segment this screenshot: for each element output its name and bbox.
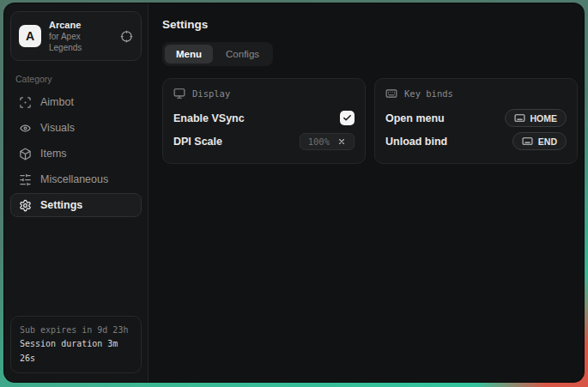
sub-expires-text: Sub expires in 9d 23h	[20, 324, 132, 338]
tab-menu[interactable]: Menu	[165, 45, 213, 63]
sidebar: A Arcane for Apex Legends Category	[4, 3, 149, 382]
eye-icon	[19, 122, 32, 135]
unload-keybind-button[interactable]: END	[512, 132, 567, 150]
keybinds-card-header: Key binds	[385, 88, 567, 100]
sidebar-item-label: Visuals	[40, 122, 75, 134]
display-card-title: Display	[192, 88, 230, 99]
setting-label: Enable VSync	[173, 112, 245, 124]
setting-row-unload-bind: Unload bind END	[385, 130, 567, 153]
crosshair-scan-icon	[19, 96, 32, 109]
vsync-checkbox[interactable]	[340, 111, 355, 125]
brand-name: Arcane	[49, 19, 112, 31]
sidebar-item-label: Items	[40, 148, 67, 160]
dpi-scale-value: 100%	[308, 136, 330, 147]
tab-configs[interactable]: Configs	[215, 45, 270, 63]
session-duration-text: Session duration 3m 26s	[20, 337, 132, 366]
display-card: Display Enable VSync DPI Scale	[162, 78, 366, 164]
main-content: Settings Menu Configs Display Enable VSy…	[149, 3, 584, 382]
tab-group: Menu Configs	[162, 42, 273, 66]
keybinds-card-title: Key binds	[404, 88, 453, 99]
open-menu-keybind-button[interactable]: HOME	[505, 109, 567, 127]
brand-logo: A	[19, 25, 41, 47]
keybind-value: HOME	[530, 113, 558, 124]
keyboard-icon	[522, 136, 533, 147]
clear-icon[interactable]	[337, 137, 346, 146]
setting-label: DPI Scale	[173, 136, 222, 148]
brand-card: A Arcane for Apex Legends	[10, 11, 142, 61]
keyboard-icon	[514, 112, 525, 124]
category-label: Category	[15, 74, 136, 84]
brand-text: Arcane for Apex Legends	[49, 19, 112, 53]
keybinds-card: Key binds Open menu HOME Unload bind	[374, 78, 578, 164]
check-icon	[342, 113, 352, 123]
keyboard-icon	[385, 88, 397, 100]
setting-label: Open menu	[385, 112, 445, 124]
sidebar-item-miscellaneous[interactable]: Miscellaneous	[10, 167, 142, 191]
app-window: A Arcane for Apex Legends Category	[4, 3, 584, 382]
setting-row-dpi: DPI Scale 100%	[173, 130, 355, 153]
setting-row-open-menu: Open menu HOME	[385, 106, 567, 130]
brand-subtitle: for Apex Legends	[49, 31, 112, 53]
display-card-header: Display	[173, 88, 355, 100]
subscription-info-card: Sub expires in 9d 23h Session duration 3…	[10, 316, 142, 374]
sidebar-nav: Aimbot Visuals Items	[10, 90, 142, 217]
sidebar-item-label: Aimbot	[40, 96, 74, 108]
sidebar-item-items[interactable]: Items	[10, 142, 142, 166]
crosshair-target-icon[interactable]	[120, 30, 133, 43]
sidebar-item-aimbot[interactable]: Aimbot	[10, 90, 142, 114]
package-icon	[19, 148, 32, 160]
keybind-value: END	[538, 136, 557, 147]
setting-label: Unload bind	[385, 136, 447, 148]
sidebar-item-settings[interactable]: Settings	[10, 193, 142, 217]
dpi-scale-input[interactable]: 100%	[300, 133, 355, 150]
page-title: Settings	[162, 18, 578, 31]
settings-cards: Display Enable VSync DPI Scale	[162, 78, 578, 164]
sidebar-item-label: Miscellaneous	[40, 173, 108, 185]
sliders-icon	[19, 173, 32, 186]
setting-row-vsync: Enable VSync	[173, 106, 355, 130]
sidebar-item-visuals[interactable]: Visuals	[10, 116, 142, 140]
sidebar-item-label: Settings	[40, 199, 82, 211]
monitor-icon	[173, 88, 185, 100]
gear-icon	[19, 199, 32, 212]
